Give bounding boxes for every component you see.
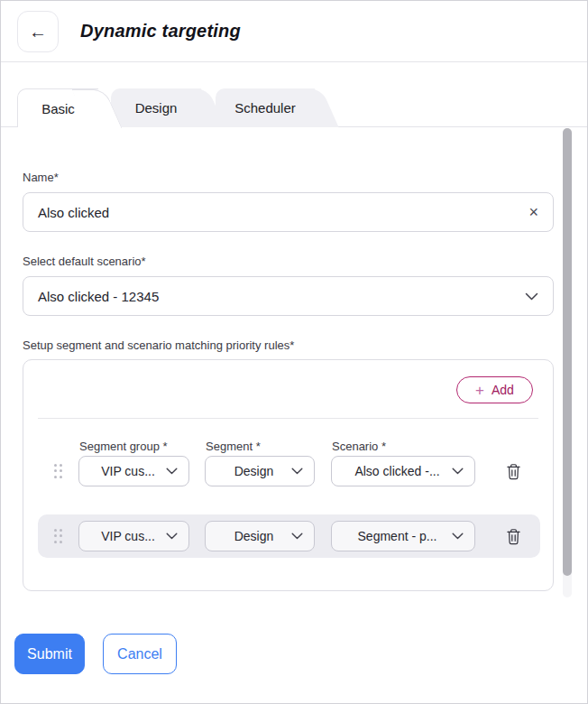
- rules-panel: + Add Segment group * Segment * Scenario…: [23, 359, 554, 591]
- content-panel: Name* Also clicked × Select default scen…: [1, 126, 587, 598]
- tab-basic-label: Basic: [41, 101, 75, 116]
- tab-design-label: Design: [135, 100, 178, 116]
- scenario-select[interactable]: Segment - p...: [331, 521, 475, 551]
- add-button-label: Add: [492, 383, 514, 397]
- chevron-down-icon: [452, 533, 464, 540]
- default-scenario-label: Select default scenario*: [23, 255, 575, 268]
- default-scenario-field: Select default scenario* Also clicked - …: [23, 255, 575, 316]
- scrollbar-track: [563, 128, 572, 597]
- scenario-value: Also clicked -...: [343, 464, 452, 478]
- segment-group-value: VIP cus...: [90, 529, 166, 543]
- column-header-scenario: Scenario *: [331, 440, 475, 453]
- scenario-value: Segment - p...: [343, 529, 452, 543]
- trash-icon: [506, 463, 521, 480]
- drag-handle-icon[interactable]: [52, 527, 63, 545]
- tab-basic[interactable]: Basic: [17, 88, 98, 127]
- column-headers: Segment group * Segment * Scenario *: [52, 440, 553, 453]
- segment-value: Design: [216, 529, 291, 543]
- rules-label: Setup segment and scenario matching prio…: [23, 338, 575, 352]
- rule-row-highlighted: VIP cus... Design Segment - p...: [38, 514, 540, 558]
- drag-handle-icon[interactable]: [52, 462, 63, 480]
- trash-icon: [506, 528, 521, 545]
- tab-scheduler[interactable]: Scheduler: [216, 88, 315, 127]
- plus-icon: +: [475, 383, 484, 398]
- chevron-down-icon: [525, 292, 538, 301]
- clear-icon[interactable]: ×: [528, 204, 538, 220]
- segment-select[interactable]: Design: [205, 521, 315, 551]
- delete-rule-button[interactable]: [503, 526, 523, 546]
- segment-value: Design: [216, 464, 291, 478]
- footer: Submit Cancel: [14, 634, 587, 674]
- delete-rule-button[interactable]: [503, 461, 523, 481]
- name-field: Name* Also clicked ×: [23, 171, 575, 232]
- chevron-down-icon: [291, 468, 303, 475]
- tab-bar: Basic Design Scheduler: [1, 88, 587, 127]
- tab-design[interactable]: Design: [111, 88, 201, 127]
- default-scenario-value: Also clicked - 12345: [38, 289, 525, 304]
- tab-scheduler-label: Scheduler: [234, 100, 296, 116]
- default-scenario-select[interactable]: Also clicked - 12345: [23, 276, 554, 316]
- chevron-down-icon: [166, 533, 178, 540]
- scenario-select[interactable]: Also clicked -...: [331, 456, 475, 486]
- rule-row: VIP cus... Design Also clicked -...: [52, 456, 553, 486]
- arrow-left-icon: ←: [29, 23, 47, 41]
- column-header-segment-group: Segment group *: [78, 440, 189, 453]
- segment-group-select[interactable]: VIP cus...: [78, 456, 189, 486]
- scrollbar-thumb[interactable]: [563, 128, 572, 576]
- chevron-down-icon: [291, 533, 303, 540]
- chevron-down-icon: [166, 468, 178, 475]
- chevron-down-icon: [452, 468, 464, 475]
- submit-button[interactable]: Submit: [14, 634, 85, 674]
- segment-select[interactable]: Design: [205, 456, 315, 486]
- header: ← Dynamic targeting: [1, 1, 587, 62]
- back-button[interactable]: ←: [17, 11, 59, 52]
- column-header-segment: Segment *: [205, 440, 315, 453]
- divider: [38, 418, 538, 419]
- add-rule-button[interactable]: + Add: [456, 376, 533, 403]
- name-input[interactable]: Also clicked ×: [23, 192, 554, 232]
- segment-group-value: VIP cus...: [90, 464, 166, 478]
- segment-group-select[interactable]: VIP cus...: [78, 521, 189, 551]
- name-label: Name*: [23, 171, 575, 184]
- cancel-button[interactable]: Cancel: [103, 634, 177, 674]
- dynamic-targeting-window: ← Dynamic targeting Basic Design Schedul…: [0, 0, 588, 704]
- page-title: Dynamic targeting: [80, 21, 241, 42]
- name-input-value: Also clicked: [38, 205, 528, 220]
